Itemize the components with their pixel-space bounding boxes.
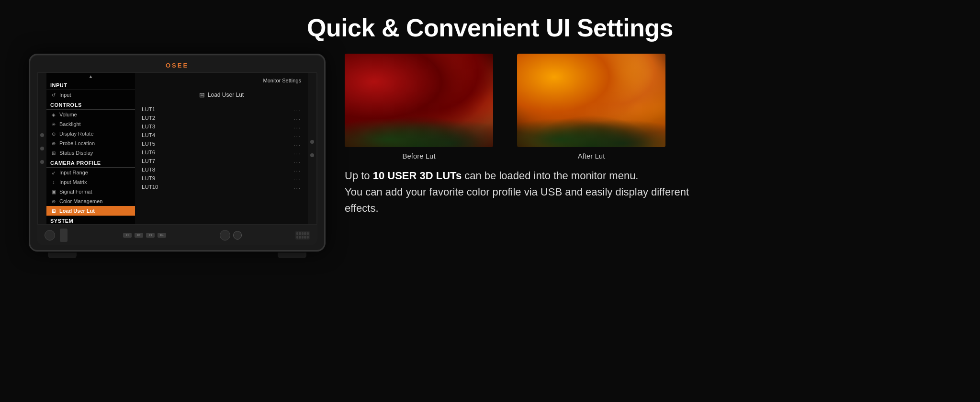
menu-item-volume[interactable]: ◈ Volume	[46, 110, 135, 119]
lut-dots-4: ...	[293, 132, 301, 138]
lut-row-5[interactable]: LUT5 ...	[140, 140, 303, 148]
lut-row-3[interactable]: LUT3 ...	[140, 123, 303, 130]
right-panel: Before Lut After Lut Up to 10 USER 3D LU…	[345, 54, 951, 217]
menu-item-input-range[interactable]: ↙ Input Range	[46, 168, 135, 177]
menu-item-display-rotate[interactable]: ⊙ Display Rotate	[46, 129, 135, 138]
knob-r2	[310, 153, 314, 157]
screen-main-content: Monitor Settings ⊞ Load User Lut LUT1 ..…	[135, 73, 308, 224]
lut-list: LUT1 ... LUT2 ... LUT3 ... LUT4	[140, 105, 303, 191]
speaker-dot	[307, 236, 309, 239]
monitor-left-knobs	[38, 73, 46, 224]
menu-arrow-up: ▲	[46, 73, 135, 80]
monitor-foot-right	[278, 253, 306, 258]
lut-dots-9: ...	[293, 175, 301, 181]
menu-item-probe-location[interactable]: ⊕ Probe Location	[46, 138, 135, 148]
load-user-lut-icon: ⊞	[50, 208, 57, 214]
menu-item-input[interactable]: ↺ Input	[46, 90, 135, 100]
knob-1	[40, 133, 44, 137]
menu-item-input-matrix-label: Input Matrix	[59, 179, 87, 185]
signal-format-icon: ▣	[50, 189, 57, 195]
speaker-dot	[302, 232, 304, 235]
lut-row-2[interactable]: LUT2 ...	[140, 114, 303, 122]
lut-dots-3: ...	[293, 124, 301, 129]
speaker-grill	[295, 231, 310, 240]
description-text: Up to 10 USER 3D LUTs can be loaded into…	[345, 168, 699, 217]
menu-item-backlight[interactable]: ✳ Backlight	[46, 119, 135, 129]
lut-dots-1: ...	[293, 106, 301, 112]
menu-item-status-display[interactable]: ⊞ Status Display	[46, 148, 135, 158]
joystick[interactable]	[60, 229, 68, 242]
lut-row-8[interactable]: LUT8 ...	[140, 166, 303, 173]
fn-btn-f2[interactable]: F2	[135, 233, 143, 238]
power-btn[interactable]	[233, 231, 242, 240]
monitor-right-knobs	[308, 73, 316, 224]
lut-name-8: LUT8	[142, 167, 155, 172]
lut-dots-10: ...	[293, 184, 301, 190]
monitor-foot-left	[48, 253, 77, 258]
screen-header-label: Monitor Settings	[140, 78, 303, 83]
lut-dots-6: ...	[293, 149, 301, 155]
speaker-dot	[296, 236, 298, 239]
speaker-dot	[296, 232, 298, 235]
lut-load-text: Load User Lut	[208, 92, 244, 98]
bottom-btn-circle[interactable]	[45, 230, 55, 241]
status-display-icon: ⊞	[50, 150, 57, 156]
menu-item-volume-label: Volume	[59, 112, 77, 117]
knob-3	[40, 160, 44, 164]
input-matrix-icon: ↕	[50, 180, 57, 185]
after-lut-box: After Lut	[517, 54, 665, 160]
knob-r1	[310, 140, 314, 144]
after-lut-image	[517, 54, 665, 147]
lut-dots-2: ...	[293, 115, 301, 121]
input-range-icon: ↙	[50, 170, 57, 175]
lut-row-7[interactable]: LUT7 ...	[140, 157, 303, 165]
monitor-bottom-bar: F1 F2 F3 F4	[37, 225, 317, 245]
fn-btn-f3[interactable]: F3	[146, 233, 155, 238]
menu-section-system: SYSTEM	[46, 216, 135, 224]
before-lut-image	[345, 54, 493, 147]
speaker-dot	[307, 232, 309, 235]
menu-item-probe-location-label: Probe Location	[59, 140, 95, 146]
menu-section-controls: CONTROLS	[46, 100, 135, 110]
backlight-icon: ✳	[50, 122, 57, 127]
menu-item-backlight-label: Backlight	[59, 121, 81, 127]
lut-row-6[interactable]: LUT6 ...	[140, 149, 303, 156]
desc-line1-bold: 10 USER 3D LUTs	[373, 170, 462, 182]
fn-btn-f1[interactable]: F1	[123, 233, 132, 238]
lut-row-10[interactable]: LUT10 ...	[140, 183, 303, 191]
desc-line2: You can add your favorite color profile …	[345, 184, 699, 217]
lut-dots-5: ...	[293, 141, 301, 147]
bottom-center-controls: F1 F2 F3 F4	[123, 233, 166, 238]
lut-row-4[interactable]: LUT4 ...	[140, 131, 303, 139]
input-icon: ↺	[50, 92, 57, 98]
desc-line1-prefix: Up to	[345, 170, 373, 182]
monitor-brand: OSEE	[37, 62, 317, 69]
fn-btn-f4[interactable]: F4	[158, 233, 166, 238]
menu-item-load-user-lut-label: Load User Lut	[59, 208, 95, 214]
menu-item-signal-format-label: Signal Format	[59, 189, 92, 195]
menu-item-display-rotate-label: Display Rotate	[59, 131, 94, 137]
probe-location-icon: ⊕	[50, 141, 57, 146]
bottom-right-controls	[220, 230, 242, 241]
menu-item-load-user-lut[interactable]: ⊞ Load User Lut	[46, 206, 135, 216]
main-content: OSEE ▲ INPUT ↺ Input	[0, 54, 980, 258]
lut-name-9: LUT9	[142, 175, 155, 181]
lut-comparison-row: Before Lut After Lut	[345, 54, 951, 160]
menu-sidebar: ▲ INPUT ↺ Input CONTROLS ◈ Volume ✳	[46, 73, 135, 224]
lut-load-button[interactable]: ⊞ Load User Lut	[140, 91, 303, 99]
menu-item-input-matrix[interactable]: ↕ Input Matrix	[46, 177, 135, 187]
menu-item-status-display-label: Status Display	[59, 150, 93, 156]
lut-dots-8: ...	[293, 167, 301, 172]
lut-name-2: LUT2	[142, 115, 155, 121]
lut-row-9[interactable]: LUT9 ...	[140, 174, 303, 182]
lut-name-1: LUT1	[142, 106, 155, 112]
lut-row-1[interactable]: LUT1 ...	[140, 105, 303, 113]
menu-item-color-management[interactable]: ⊛ Color Managemen	[46, 196, 135, 206]
menu-item-signal-format[interactable]: ▣ Signal Format	[46, 187, 135, 196]
volume-icon: ◈	[50, 112, 57, 117]
monitor-screen: ▲ INPUT ↺ Input CONTROLS ◈ Volume ✳	[37, 72, 317, 225]
dial-knob[interactable]	[220, 230, 230, 241]
menu-item-color-management-label: Color Managemen	[59, 198, 103, 204]
lut-name-7: LUT7	[142, 158, 155, 164]
monitor-feet	[29, 253, 326, 258]
